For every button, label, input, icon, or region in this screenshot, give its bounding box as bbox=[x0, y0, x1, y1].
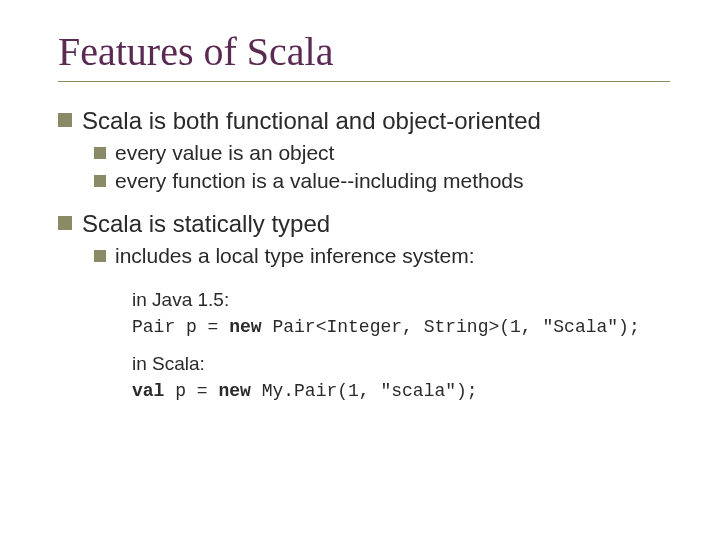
slide-title: Features of Scala bbox=[58, 28, 670, 75]
code-java: Pair p = new Pair<Integer, String>(1, "S… bbox=[132, 317, 670, 337]
bullet-level2: every function is a value--including met… bbox=[94, 168, 670, 194]
bullet-text: every value is an object bbox=[115, 140, 334, 166]
bullet-level2: includes a local type inference system: bbox=[94, 243, 670, 269]
code-keyword: new bbox=[229, 317, 261, 337]
code-label-java: in Java 1.5: bbox=[132, 289, 670, 311]
square-bullet-icon bbox=[94, 250, 106, 262]
code-scala: val p = new My.Pair(1, "scala"); bbox=[132, 381, 670, 401]
bullet-level1: Scala is statically typed bbox=[58, 209, 670, 239]
bullet-text: every function is a value--including met… bbox=[115, 168, 524, 194]
code-text: Pair<Integer, String>(1, "Scala"); bbox=[262, 317, 640, 337]
code-keyword: val bbox=[132, 381, 164, 401]
code-text: p = bbox=[164, 381, 218, 401]
square-bullet-icon bbox=[58, 113, 72, 127]
code-label-scala: in Scala: bbox=[132, 353, 670, 375]
code-keyword: new bbox=[218, 381, 250, 401]
square-bullet-icon bbox=[94, 147, 106, 159]
bullet-text: Scala is statically typed bbox=[82, 209, 330, 239]
code-text: My.Pair(1, "scala"); bbox=[251, 381, 478, 401]
slide: Features of Scala Scala is both function… bbox=[0, 0, 720, 540]
code-text: Pair p = bbox=[132, 317, 229, 337]
bullet-level1: Scala is both functional and object-orie… bbox=[58, 106, 670, 136]
bullet-level2: every value is an object bbox=[94, 140, 670, 166]
bullet-text: includes a local type inference system: bbox=[115, 243, 475, 269]
bullet-text: Scala is both functional and object-orie… bbox=[82, 106, 541, 136]
square-bullet-icon bbox=[94, 175, 106, 187]
square-bullet-icon bbox=[58, 216, 72, 230]
title-rule bbox=[58, 81, 670, 82]
